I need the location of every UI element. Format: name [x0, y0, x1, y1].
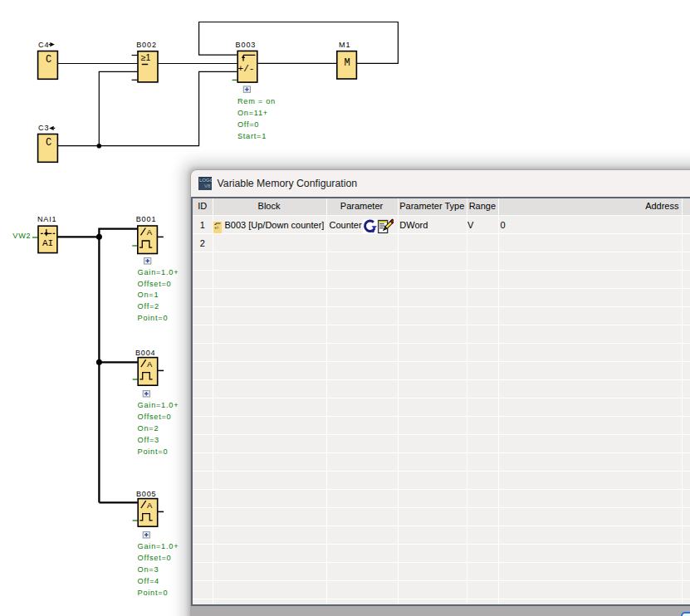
svg-text:B003: B003: [236, 41, 257, 49]
svg-text:C: C: [46, 137, 51, 149]
svg-text:C: C: [46, 54, 51, 66]
svg-text:A: A: [147, 359, 153, 369]
svg-text:Off=3: Off=3: [138, 436, 159, 444]
svg-text:AI: AI: [42, 238, 53, 248]
svg-text:Off=2: Off=2: [138, 302, 159, 310]
svg-text:Offset=0: Offset=0: [138, 554, 172, 562]
svg-text:Point=0: Point=0: [138, 314, 169, 322]
svg-text:≥1: ≥1: [141, 52, 151, 62]
svg-text:VW2: VW2: [12, 232, 31, 240]
svg-text:On=2: On=2: [138, 424, 159, 433]
svg-text:B004: B004: [135, 349, 156, 357]
svg-text:+/-: +/-: [214, 224, 219, 229]
svg-text:V8: V8: [204, 183, 211, 188]
svg-text:Point=0: Point=0: [138, 589, 169, 597]
svg-text:Gain=1.0+: Gain=1.0+: [138, 542, 179, 550]
svg-text:On=11+: On=11+: [237, 109, 268, 117]
svg-text:+/-: +/-: [238, 64, 255, 74]
svg-text:B002: B002: [136, 41, 157, 49]
svg-text:Off=0: Off=0: [237, 120, 259, 129]
svg-text:B001: B001: [136, 215, 157, 223]
svg-text:NAI1: NAI1: [37, 215, 57, 223]
svg-text:Start=1: Start=1: [237, 132, 267, 140]
svg-text:Offset=0: Offset=0: [138, 280, 172, 288]
svg-text:C4: C4: [38, 41, 49, 49]
svg-text:M1: M1: [339, 41, 350, 49]
svg-text:A: A: [147, 501, 153, 510]
svg-text:On=3: On=3: [138, 565, 159, 574]
svg-text:A: A: [147, 227, 153, 237]
svg-text:Point=0: Point=0: [138, 447, 169, 456]
svg-text:Gain=1.0+: Gain=1.0+: [138, 268, 179, 276]
svg-text:M: M: [345, 57, 350, 69]
svg-text:Gain=1.0+: Gain=1.0+: [138, 401, 179, 409]
svg-text:C3: C3: [38, 124, 49, 132]
svg-text:On=1: On=1: [138, 291, 159, 299]
svg-text:Rem = on: Rem = on: [237, 97, 276, 105]
svg-text:Off=4: Off=4: [138, 577, 159, 585]
svg-text:LOGO: LOGO: [199, 178, 212, 183]
svg-text:B005: B005: [136, 490, 157, 498]
svg-text:Offset=0: Offset=0: [138, 413, 172, 421]
